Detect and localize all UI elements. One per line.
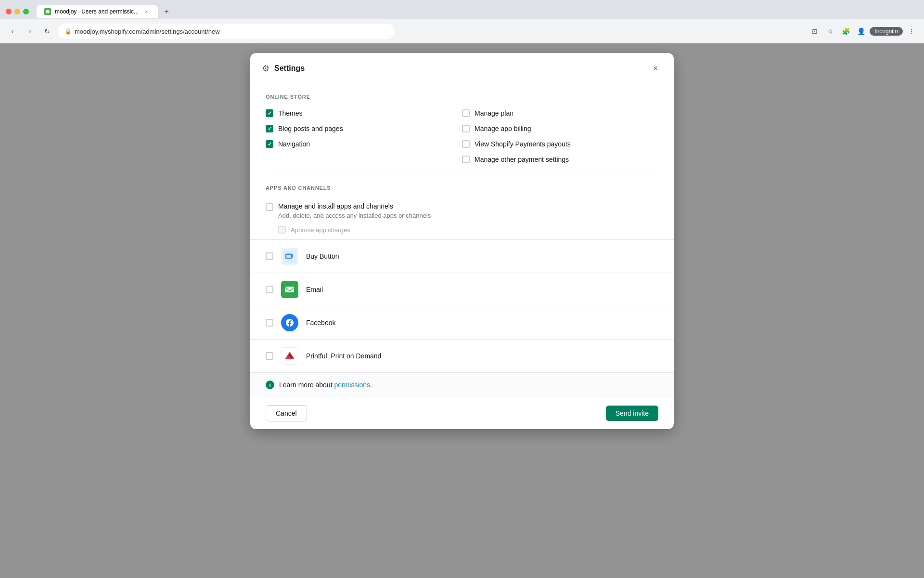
apps-and-channels-section: APPS AND CHANNELS Manage and install app… xyxy=(250,175,674,239)
new-tab-button[interactable]: + xyxy=(160,5,173,18)
browser-window-controls xyxy=(6,9,29,14)
forward-button[interactable]: › xyxy=(23,25,37,38)
email-icon xyxy=(281,281,298,298)
browser-extra-controls: ⊡ ☆ 🧩 👤 Incognito ⋮ xyxy=(808,25,918,38)
settings-modal: ⚙ Settings × ONLINE STORE Themes Blog po… xyxy=(250,53,674,429)
online-store-left-column: Themes Blog posts and pages Navigation xyxy=(266,105,462,167)
manage-plan-checkbox[interactable] xyxy=(462,109,470,117)
browser-nav-bar: ‹ › ↻ 🔒 moodjoy.myshopify.com/admin/sett… xyxy=(0,19,924,43)
modal-body: ONLINE STORE Themes Blog posts and pages… xyxy=(250,84,674,397)
incognito-badge: Incognito xyxy=(870,27,903,36)
modal-footer: Cancel Send invite xyxy=(250,397,674,429)
printful-row: Printful: Print on Demand xyxy=(250,339,674,372)
navigation-label: Navigation xyxy=(278,140,310,148)
info-text-after: . xyxy=(370,381,372,389)
printful-icon xyxy=(281,347,298,365)
app-billing-checkbox[interactable] xyxy=(462,125,470,132)
browser-chrome: moodjoy · Users and permissic... × + ‹ ›… xyxy=(0,0,924,43)
apps-section-header: APPS AND CHANNELS xyxy=(266,185,658,191)
approve-charges-row: Approve app charges xyxy=(266,223,658,239)
email-checkbox[interactable] xyxy=(266,286,273,293)
approve-charges-checkbox xyxy=(278,226,286,234)
printful-checkbox[interactable] xyxy=(266,352,273,360)
modal-title: Settings xyxy=(274,64,305,73)
info-text: Learn more about permissions. xyxy=(279,381,372,389)
send-invite-button[interactable]: Send invite xyxy=(606,406,658,421)
themes-permission-item: Themes xyxy=(266,105,462,121)
permissions-link[interactable]: permissions xyxy=(334,381,370,389)
close-window-dot[interactable] xyxy=(6,9,12,14)
svg-rect-3 xyxy=(286,255,291,258)
lock-icon: 🔒 xyxy=(64,28,72,35)
address-bar[interactable]: 🔒 moodjoy.myshopify.com/admin/settings/a… xyxy=(58,24,395,39)
other-payments-checkbox[interactable] xyxy=(462,156,470,163)
manage-plan-permission-item: Manage plan xyxy=(462,105,658,121)
manage-apps-content: Manage and install apps and channels Add… xyxy=(278,202,431,219)
back-button[interactable]: ‹ xyxy=(6,25,19,38)
manage-apps-desc: Add, delete, and access any installed ap… xyxy=(278,212,431,219)
modal-close-button[interactable]: × xyxy=(649,62,662,75)
url-text: moodjoy.myshopify.com/admin/settings/acc… xyxy=(75,28,220,35)
cast-icon[interactable]: ⊡ xyxy=(808,25,821,38)
email-row: Email xyxy=(250,273,674,306)
manage-plan-label: Manage plan xyxy=(475,109,513,117)
info-icon: i xyxy=(266,381,274,389)
online-store-right-column: Manage plan Manage app billing View Shop… xyxy=(462,105,658,167)
facebook-row: Facebook xyxy=(250,306,674,339)
view-payments-permission-item: View Shopify Payments payouts xyxy=(462,136,658,152)
modal-header: ⚙ Settings × xyxy=(250,53,674,84)
menu-icon[interactable]: ⋮ xyxy=(905,25,918,38)
online-store-permissions-grid: Themes Blog posts and pages Navigation xyxy=(250,105,674,175)
tab-title: moodjoy · Users and permissic... xyxy=(55,8,139,15)
blog-posts-label: Blog posts and pages xyxy=(278,125,343,132)
bookmark-icon[interactable]: ☆ xyxy=(823,25,837,38)
blog-posts-permission-item: Blog posts and pages xyxy=(266,121,462,136)
tab-close-button[interactable]: × xyxy=(142,8,150,15)
buy-button-checkbox[interactable] xyxy=(266,252,273,260)
info-text-before: Learn more about xyxy=(279,381,334,389)
svg-rect-5 xyxy=(285,287,294,292)
tab-favicon xyxy=(44,8,51,15)
buy-button-row: Buy Button xyxy=(250,239,674,273)
info-footer: i Learn more about permissions. xyxy=(250,372,674,397)
online-store-section-header: ONLINE STORE xyxy=(250,84,674,105)
manage-apps-title: Manage and install apps and channels xyxy=(278,202,431,210)
facebook-icon xyxy=(281,314,298,331)
svg-point-0 xyxy=(46,10,50,13)
app-billing-label: Manage app billing xyxy=(475,125,531,132)
maximize-window-dot[interactable] xyxy=(23,9,29,14)
reload-button[interactable]: ↻ xyxy=(40,25,54,38)
approve-charges-label: Approve app charges xyxy=(291,226,350,234)
email-name: Email xyxy=(306,286,323,293)
buy-button-icon xyxy=(281,248,298,265)
minimize-window-dot[interactable] xyxy=(14,9,20,14)
other-payments-label: Manage other payment settings xyxy=(475,156,569,163)
manage-apps-row: Manage and install apps and channels Add… xyxy=(266,198,658,223)
navigation-checkbox[interactable] xyxy=(266,140,273,148)
themes-checkbox[interactable] xyxy=(266,109,273,117)
settings-gear-icon: ⚙ xyxy=(262,63,270,74)
manage-apps-checkbox[interactable] xyxy=(266,203,273,211)
facebook-name: Facebook xyxy=(306,319,335,327)
blog-posts-checkbox[interactable] xyxy=(266,125,273,132)
cancel-button[interactable]: Cancel xyxy=(266,405,307,421)
navigation-permission-item: Navigation xyxy=(266,136,462,152)
other-payments-permission-item: Manage other payment settings xyxy=(462,152,658,167)
profile-icon[interactable]: 👤 xyxy=(854,25,868,38)
modal-overlay: ⚙ Settings × ONLINE STORE Themes Blog po… xyxy=(0,43,924,578)
app-billing-permission-item: Manage app billing xyxy=(462,121,658,136)
themes-label: Themes xyxy=(278,109,303,117)
browser-tab-bar: moodjoy · Users and permissic... × + xyxy=(0,0,924,19)
view-payments-checkbox[interactable] xyxy=(462,140,470,148)
browser-tab[interactable]: moodjoy · Users and permissic... × xyxy=(37,5,158,18)
buy-button-name: Buy Button xyxy=(306,252,339,260)
printful-name: Printful: Print on Demand xyxy=(306,352,381,360)
facebook-checkbox[interactable] xyxy=(266,319,273,327)
extensions-icon[interactable]: 🧩 xyxy=(839,25,852,38)
view-payments-label: View Shopify Payments payouts xyxy=(475,140,571,148)
